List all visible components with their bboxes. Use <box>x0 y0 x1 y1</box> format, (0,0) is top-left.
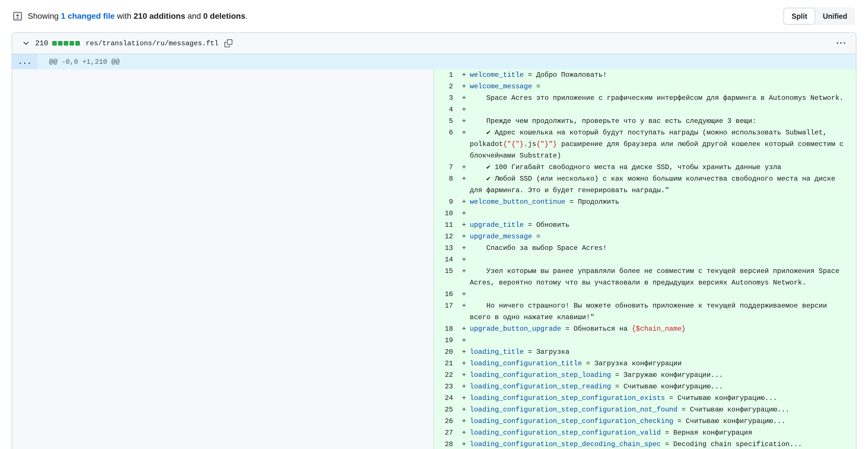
line-number[interactable]: 9 <box>434 196 458 208</box>
collapse-file-button[interactable] <box>21 38 31 49</box>
diff-summary-toolbar: Showing 1 changed file with 210 addition… <box>0 0 868 32</box>
line-number[interactable]: 10 <box>434 208 458 219</box>
diff-line-row: 28+loading_configuration_step_decoding_c… <box>434 439 856 449</box>
code-token-key: loading_configuration_title <box>470 360 582 367</box>
diff-addition-sign: + <box>458 208 470 219</box>
code-text: loading_configuration_step_decoding_chai… <box>470 439 856 449</box>
line-number[interactable]: 20 <box>434 346 458 358</box>
file-path: res/translations/ru/messages.ftl <box>86 39 219 47</box>
line-number[interactable]: 1 <box>434 69 458 81</box>
line-number[interactable]: 24 <box>434 392 458 404</box>
diff-line-row: 12+upgrade_message = <box>434 231 856 242</box>
diff-line-row: 2+welcome_message = <box>434 81 856 92</box>
code-token-plain: .js <box>524 140 536 148</box>
diff-line-row: 5+ Прежде чем продолжить, проверьте что … <box>434 115 856 127</box>
diff-line-row: 13+ Спасибо за выбор Space Acres! <box>434 242 856 254</box>
line-number[interactable]: 12 <box>434 231 458 242</box>
code-token-plain: = Добро Пожаловать! <box>524 71 607 79</box>
diff-addition-sign: + <box>458 358 470 369</box>
diff-line-row: 7+ ✔ 100 Гигабайт свободного места на ди… <box>434 161 856 173</box>
code-text: loading_configuration_step_configuration… <box>470 404 856 416</box>
diffstat-addition-square <box>64 41 68 46</box>
diff-addition-sign: + <box>458 242 470 254</box>
code-token-plain: = Верная конфигурация <box>661 429 752 437</box>
code-text: Space Acres это приложение с графическим… <box>470 92 856 104</box>
code-text: ✔ Любой SSD (или несколько) с как можно … <box>470 173 856 196</box>
line-number[interactable]: 21 <box>434 358 458 369</box>
line-number[interactable]: 18 <box>434 323 458 335</box>
diff-addition-sign: + <box>458 369 470 381</box>
diff-addition-sign: + <box>458 69 470 81</box>
line-number[interactable]: 5 <box>434 115 458 127</box>
diff-addition-sign: + <box>458 254 470 266</box>
code-token-plain: = <box>532 233 540 240</box>
diff-line-row: 9+welcome_button_continue = Продолжить <box>434 196 856 208</box>
code-token-key: loading_configuration_step_configuration… <box>470 406 677 414</box>
unified-view-button[interactable]: Unified <box>815 8 855 25</box>
code-token-plain: = <box>532 83 540 90</box>
diff-line-row: 20+loading_title = Загрузка <box>434 346 856 358</box>
line-number[interactable]: 27 <box>434 427 458 439</box>
line-number[interactable]: 2 <box>434 81 458 92</box>
line-number[interactable]: 8 <box>434 173 458 185</box>
code-token-plain: = Загрузка конфигурации <box>582 360 682 367</box>
copy-path-button[interactable] <box>223 38 234 49</box>
line-number[interactable]: 25 <box>434 404 458 416</box>
code-token-key: upgrade_message <box>470 233 532 240</box>
code-token-key: loading_configuration_step_loading <box>470 371 611 379</box>
line-number[interactable]: 13 <box>434 242 458 254</box>
diff-addition-sign: + <box>458 335 470 346</box>
diff-addition-sign: + <box>458 161 470 173</box>
line-number[interactable]: 16 <box>434 289 458 300</box>
code-token-key: welcome_message <box>470 83 532 90</box>
split-view-button[interactable]: Split <box>783 8 815 25</box>
code-text: upgrade_button_upgrade = Обновиться на {… <box>470 323 856 335</box>
diff-addition-sign: + <box>458 127 470 139</box>
additions-count: 210 additions <box>133 11 185 21</box>
line-number[interactable]: 28 <box>434 439 458 449</box>
code-token-plain: = Загружаю конфигурации... <box>611 371 723 379</box>
diff-line-row: 6+ ✔ Адрес кошелька на который будут пос… <box>434 127 856 161</box>
diff-line-row: 23+loading_configuration_step_reading = … <box>434 381 856 392</box>
period: . <box>245 11 248 21</box>
diff-addition-sign: + <box>458 104 470 115</box>
line-number[interactable]: 14 <box>434 254 458 266</box>
code-token-key: welcome_button_continue <box>470 198 565 206</box>
file-options-button[interactable] <box>835 38 847 49</box>
diff-line-row: 27+loading_configuration_step_configurat… <box>434 427 856 439</box>
code-token-key: loading_configuration_step_reading <box>470 383 611 390</box>
line-number[interactable]: 17 <box>434 300 458 312</box>
diff-addition-sign: + <box>458 289 470 300</box>
diff-addition-sign: + <box>458 392 470 404</box>
code-token-plain: ✔ 100 Гигабайт свободного места на диске… <box>470 163 781 171</box>
with-label: with <box>115 11 133 21</box>
diff-left-pane-empty <box>12 69 434 449</box>
hunk-header-row: ... @@ -0,0 +1,210 @@ <box>12 54 856 69</box>
file-diff-card: 210 res/translations/ru/messages.ftl ...… <box>11 32 857 449</box>
expand-hunk-button[interactable]: ... <box>12 54 37 69</box>
line-number[interactable]: 19 <box>434 335 458 346</box>
diff-line-row: 24+loading_configuration_step_configurat… <box>434 392 856 404</box>
line-number[interactable]: 11 <box>434 219 458 231</box>
diff-addition-sign: + <box>458 346 470 358</box>
code-token-plain: = Обновить <box>524 221 569 229</box>
line-number[interactable]: 15 <box>434 266 458 277</box>
diff-line-row: 19+ <box>434 335 856 346</box>
diffstat-addition-square <box>52 41 57 46</box>
and-label: and <box>185 11 203 21</box>
code-token-plain: ✔ Любой SSD (или несколько) с как можно … <box>470 175 839 194</box>
line-number[interactable]: 6 <box>434 127 458 139</box>
line-number[interactable]: 4 <box>434 104 458 115</box>
line-number[interactable]: 22 <box>434 369 458 381</box>
chevron-down-icon <box>22 39 30 47</box>
line-number[interactable]: 23 <box>434 381 458 392</box>
changed-files-link[interactable]: 1 changed file <box>61 11 115 21</box>
code-token-plain: = Продолжить <box>565 198 619 206</box>
diffstat-addition-square <box>69 41 74 46</box>
line-number[interactable]: 26 <box>434 416 458 427</box>
code-text: loading_configuration_step_loading = Заг… <box>470 369 856 381</box>
line-number[interactable]: 3 <box>434 92 458 104</box>
diff-addition-sign: + <box>458 416 470 427</box>
line-number[interactable]: 7 <box>434 161 458 173</box>
code-token-literal: {"}"} <box>536 140 557 148</box>
